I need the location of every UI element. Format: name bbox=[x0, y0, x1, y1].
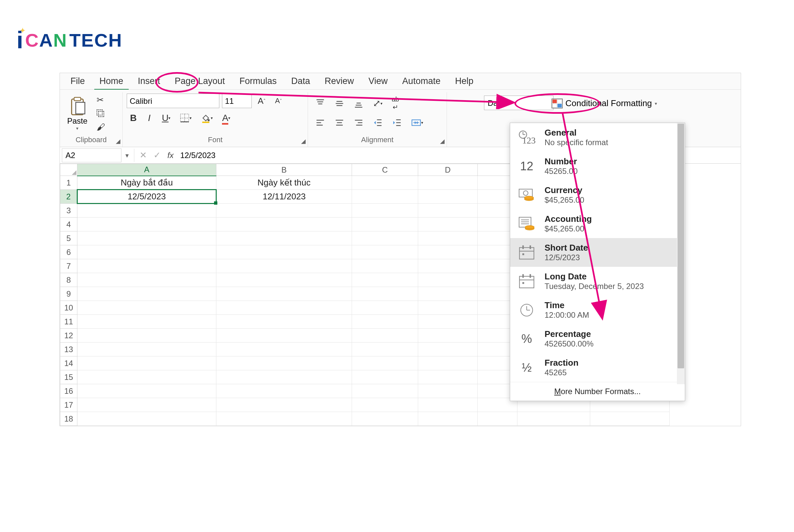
column-header-B[interactable]: B bbox=[216, 164, 352, 176]
cell-C1[interactable] bbox=[352, 176, 418, 190]
format-option-number[interactable]: 12 Number 45265.00 bbox=[510, 152, 685, 180]
cell-A2[interactable]: 12/5/2023 bbox=[77, 190, 216, 204]
row-header-16[interactable]: 16 bbox=[60, 384, 77, 398]
cell-B16[interactable] bbox=[216, 384, 352, 398]
fx-icon[interactable]: fx bbox=[164, 151, 177, 160]
cell-B15[interactable] bbox=[216, 370, 352, 384]
cell-A11[interactable] bbox=[77, 315, 216, 329]
row-header-3[interactable]: 3 bbox=[60, 204, 77, 217]
tab-formulas[interactable]: Formulas bbox=[232, 73, 284, 90]
align-center-button[interactable] bbox=[331, 116, 348, 130]
cell-D11[interactable] bbox=[418, 315, 478, 329]
row-header-6[interactable]: 6 bbox=[60, 245, 77, 259]
cell-D9[interactable] bbox=[418, 287, 478, 301]
tab-home[interactable]: Home bbox=[92, 73, 131, 90]
row-header-5[interactable]: 5 bbox=[60, 231, 77, 245]
cell-B11[interactable] bbox=[216, 315, 352, 329]
select-all-button[interactable] bbox=[60, 164, 77, 176]
format-option-accounting[interactable]: Accounting $45,265.00 bbox=[510, 209, 685, 238]
cell-B5[interactable] bbox=[216, 231, 352, 245]
cell-I18[interactable] bbox=[590, 412, 670, 426]
cell-B3[interactable] bbox=[216, 204, 352, 217]
cell-D8[interactable] bbox=[418, 273, 478, 287]
row-header-4[interactable]: 4 bbox=[60, 217, 77, 231]
row-header-15[interactable]: 15 bbox=[60, 370, 77, 384]
cell-A7[interactable] bbox=[77, 259, 216, 273]
conditional-formatting-button[interactable]: Conditional Formatting ▾ bbox=[547, 96, 662, 111]
cell-A13[interactable] bbox=[77, 343, 216, 357]
cell-C7[interactable] bbox=[352, 259, 418, 273]
cell-C6[interactable] bbox=[352, 245, 418, 259]
italic-button[interactable]: I bbox=[143, 111, 156, 125]
borders-button[interactable]: ▾ bbox=[176, 111, 195, 125]
column-header-C[interactable]: C bbox=[352, 164, 418, 176]
cancel-formula-icon[interactable]: ✕ bbox=[136, 150, 150, 160]
font-size-select[interactable]: 11 bbox=[222, 94, 252, 108]
cell-D2[interactable] bbox=[418, 190, 478, 204]
cell-D4[interactable] bbox=[418, 217, 478, 231]
row-header-13[interactable]: 13 bbox=[60, 343, 77, 357]
orientation-button[interactable]: ⤢▾ bbox=[370, 96, 386, 111]
cell-D5[interactable] bbox=[418, 231, 478, 245]
cell-C15[interactable] bbox=[352, 370, 418, 384]
cell-B10[interactable] bbox=[216, 301, 352, 315]
cell-C17[interactable] bbox=[352, 398, 418, 412]
tab-automate[interactable]: Automate bbox=[395, 73, 448, 90]
cell-B7[interactable] bbox=[216, 259, 352, 273]
format-option-shortdate[interactable]: Short Date 12/5/2023 bbox=[510, 238, 685, 267]
row-header-11[interactable]: 11 bbox=[60, 315, 77, 329]
cell-C9[interactable] bbox=[352, 287, 418, 301]
cell-C2[interactable] bbox=[352, 190, 418, 204]
cell-B17[interactable] bbox=[216, 398, 352, 412]
name-box[interactable] bbox=[62, 149, 122, 162]
font-launcher[interactable]: ◢ bbox=[301, 137, 306, 145]
cell-A6[interactable] bbox=[77, 245, 216, 259]
cell-C5[interactable] bbox=[352, 231, 418, 245]
cell-A1[interactable]: Ngày bắt đầu bbox=[77, 176, 216, 190]
row-header-14[interactable]: 14 bbox=[60, 357, 77, 370]
tab-help[interactable]: Help bbox=[448, 73, 481, 90]
cell-B12[interactable] bbox=[216, 329, 352, 343]
cell-C16[interactable] bbox=[352, 384, 418, 398]
font-color-button[interactable]: A ▾ bbox=[219, 111, 234, 125]
cell-C10[interactable] bbox=[352, 301, 418, 315]
cell-D13[interactable] bbox=[418, 343, 478, 357]
cell-D14[interactable] bbox=[418, 357, 478, 370]
align-top-button[interactable] bbox=[312, 97, 329, 110]
cell-C4[interactable] bbox=[352, 217, 418, 231]
row-header-2[interactable]: 2 bbox=[60, 190, 77, 204]
font-name-select[interactable]: Calibri bbox=[127, 94, 219, 108]
underline-button[interactable]: U ▾ bbox=[159, 111, 174, 125]
cell-B9[interactable] bbox=[216, 287, 352, 301]
row-header-17[interactable]: 17 bbox=[60, 398, 77, 412]
tab-data[interactable]: Data bbox=[284, 73, 317, 90]
cell-C14[interactable] bbox=[352, 357, 418, 370]
dropdown-scrollbar[interactable] bbox=[677, 123, 685, 384]
cell-D17[interactable] bbox=[418, 398, 478, 412]
cell-A4[interactable] bbox=[77, 217, 216, 231]
format-option-percentage[interactable]: % Percentage 4526500.00% bbox=[510, 324, 685, 353]
decrease-indent-button[interactable] bbox=[370, 116, 386, 130]
row-header-7[interactable]: 7 bbox=[60, 259, 77, 273]
cell-D18[interactable] bbox=[418, 412, 478, 426]
cell-B8[interactable] bbox=[216, 273, 352, 287]
format-option-fraction[interactable]: ½ Fraction 45265 bbox=[510, 353, 685, 382]
cell-B13[interactable] bbox=[216, 343, 352, 357]
align-middle-button[interactable] bbox=[331, 97, 348, 110]
tab-page-layout[interactable]: Page Layout bbox=[167, 73, 232, 90]
tab-review[interactable]: Review bbox=[317, 73, 361, 90]
format-option-general[interactable]: 123 General No specific format bbox=[510, 123, 685, 152]
cell-D6[interactable] bbox=[418, 245, 478, 259]
format-option-currency[interactable]: Currency $45,265.00 bbox=[510, 180, 685, 209]
cell-B1[interactable]: Ngày kết thúc bbox=[216, 176, 352, 190]
name-box-dropdown[interactable]: ▾ bbox=[122, 151, 132, 159]
cell-H18[interactable] bbox=[517, 412, 590, 426]
format-option-time[interactable]: Time 12:00:00 AM bbox=[510, 296, 685, 324]
wrap-text-button[interactable]: ab↵ bbox=[388, 94, 402, 113]
cell-D1[interactable] bbox=[418, 176, 478, 190]
copy-icon[interactable]: ⿻ bbox=[95, 107, 107, 120]
enter-formula-icon[interactable]: ✓ bbox=[150, 150, 164, 160]
cell-A14[interactable] bbox=[77, 357, 216, 370]
cell-D3[interactable] bbox=[418, 204, 478, 217]
cell-B14[interactable] bbox=[216, 357, 352, 370]
